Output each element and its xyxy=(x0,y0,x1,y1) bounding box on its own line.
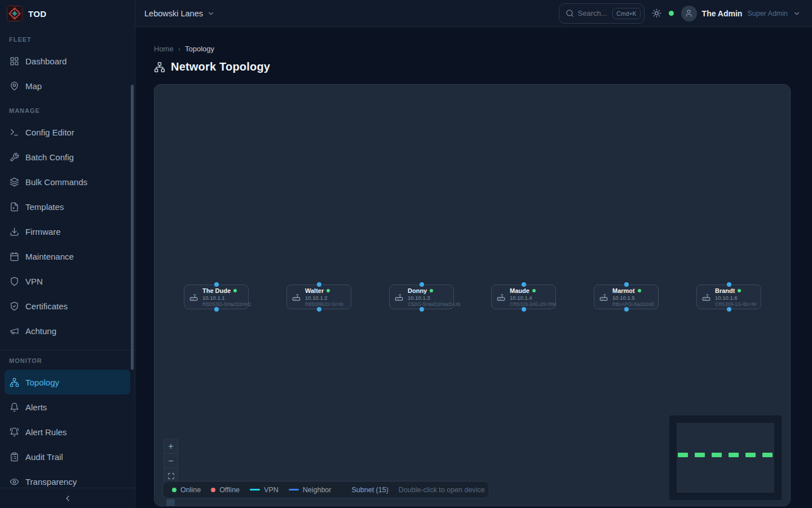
sidebar-item-certificates[interactable]: Certificates xyxy=(0,294,135,318)
app-logo-row: TOD xyxy=(0,0,135,27)
device-name: Walter xyxy=(305,287,324,294)
search-box[interactable]: Cmd+K xyxy=(559,3,645,24)
breadcrumb-home[interactable]: Home xyxy=(154,45,174,53)
sidebar-item-alert-rules[interactable]: Alert Rules xyxy=(0,419,135,444)
topbar-right: Cmd+K The Admin Super Admin xyxy=(559,3,801,24)
shield-check-icon xyxy=(10,301,19,311)
chevron-left-icon xyxy=(63,494,72,503)
sidebar-item-topology[interactable]: Topology xyxy=(5,370,130,395)
sidebar-item-map[interactable]: Map xyxy=(0,73,135,98)
sidebar-item-maintenance[interactable]: Maintenance xyxy=(0,244,135,269)
device-node-donny[interactable]: Donny 10.10.1.3 C52iG-5HaxD2HaxD-US xyxy=(389,284,454,309)
canvas-controls: + − xyxy=(164,439,178,484)
node-handle-bottom[interactable] xyxy=(522,307,526,312)
device-node-brandt[interactable]: Brandt 10.10.1.6 CRS309-1G-8S+IN xyxy=(696,284,761,309)
device-name: Maude xyxy=(510,287,529,294)
sidebar-item-vpn[interactable]: VPN xyxy=(0,269,135,294)
sidebar-item-achtung[interactable]: Achtung xyxy=(0,318,135,343)
app-logo-icon xyxy=(7,6,23,21)
device-status-dot xyxy=(738,289,741,292)
topbar: Lebowski Lanes Cmd+K The Admin Super Adm… xyxy=(135,0,812,27)
sidebar-item-audit-trail[interactable]: Audit Trail xyxy=(0,444,135,469)
minimap-node xyxy=(712,453,722,457)
device-status-dot xyxy=(233,289,237,292)
device-ip: 10.10.1.6 xyxy=(715,295,756,301)
router-icon xyxy=(497,293,505,301)
zoom-in-button[interactable]: + xyxy=(164,439,178,454)
topology-canvas[interactable]: The Dude 10.10.1.1 RBD53iG-5HacD2HnD Wal… xyxy=(154,84,791,506)
node-handle-bottom[interactable] xyxy=(420,307,424,312)
minimap-node xyxy=(695,453,705,457)
device-node-marmot[interactable]: Marmot 10.10.1.5 RBcAPGi-5acD2nD xyxy=(594,284,659,309)
device-model: RBcAPGi-5acD2nD xyxy=(612,301,654,307)
section-label-fleet: FLEET xyxy=(9,36,135,44)
sidebar-item-templates[interactable]: Templates xyxy=(0,194,135,219)
terminal-icon xyxy=(10,128,19,137)
maximize-icon xyxy=(167,472,175,480)
device-ip: 10.10.1.5 xyxy=(612,295,654,301)
sidebar-item-bulk-commands[interactable]: Bulk Commands xyxy=(0,169,135,194)
sidebar-item-firmware[interactable]: Firmware xyxy=(0,219,135,244)
vpn-line xyxy=(250,489,260,491)
router-icon xyxy=(292,293,301,301)
legend-vpn: VPN xyxy=(250,486,279,494)
sidebar-scrollbar[interactable] xyxy=(131,85,134,370)
legend-offline: Offline xyxy=(211,486,240,494)
node-handle-top[interactable] xyxy=(624,282,629,287)
sidebar-item-transparency[interactable]: Transparency xyxy=(0,469,135,488)
breadcrumb-current: Topology xyxy=(185,45,214,53)
sidebar-item-label: Maintenance xyxy=(25,252,74,261)
minimap-node xyxy=(729,453,739,457)
search-shortcut-badge: Cmd+K xyxy=(612,8,640,19)
online-dot xyxy=(172,488,176,492)
connection-status-dot xyxy=(669,11,674,16)
chevron-down-icon xyxy=(207,10,215,17)
sidebar-item-batch-config[interactable]: Batch Config xyxy=(0,144,135,169)
sidebar-item-label: Achtung xyxy=(25,326,56,336)
zoom-out-button[interactable]: − xyxy=(164,454,178,468)
sidebar-item-label: Map xyxy=(25,81,42,91)
search-input[interactable] xyxy=(578,9,609,17)
legend-hint: Double-click to open device xyxy=(399,486,485,494)
legend-neighbor: Neighbor xyxy=(289,486,332,494)
sidebar-item-dashboard[interactable]: Dashboard xyxy=(0,49,135,73)
node-handle-top[interactable] xyxy=(317,282,321,287)
node-body: Donny 10.10.1.3 C52iG-5HaxD2HaxD-US xyxy=(390,285,453,309)
sidebar-item-label: Config Editor xyxy=(25,128,74,137)
minimap[interactable] xyxy=(669,415,782,500)
search-icon xyxy=(566,9,574,17)
device-node-maude[interactable]: Maude 10.10.1.4 CRS326-24G-2S+RM xyxy=(491,284,556,309)
breadcrumb: Home › Topology xyxy=(154,45,791,53)
node-text: Maude 10.10.1.4 CRS326-24G-2S+RM xyxy=(510,287,556,307)
lock-interactivity-button[interactable] xyxy=(166,499,175,506)
device-node-walter[interactable]: Walter 10.10.1.2 RB5009UG+S+IN xyxy=(286,284,351,309)
app-name: TOD xyxy=(28,9,46,19)
sidebar-item-config-editor[interactable]: Config Editor xyxy=(0,120,135,144)
router-icon xyxy=(702,293,710,301)
node-handle-bottom[interactable] xyxy=(214,307,219,312)
node-handle-top[interactable] xyxy=(727,282,731,287)
node-handle-bottom[interactable] xyxy=(317,307,321,312)
monitor-section: MONITOR Topology Alerts Alert Rules Audi… xyxy=(0,350,135,488)
node-handle-bottom[interactable] xyxy=(624,307,629,312)
node-handle-top[interactable] xyxy=(522,282,526,287)
sidebar-item-alerts[interactable]: Alerts xyxy=(0,395,135,419)
legend-online: Online xyxy=(172,486,201,494)
device-node-the-dude[interactable]: The Dude 10.10.1.1 RBD53iG-5HacD2HnD xyxy=(184,284,249,309)
device-name: Donny xyxy=(408,287,427,294)
node-handle-top[interactable] xyxy=(420,282,424,287)
node-handle-top[interactable] xyxy=(214,282,219,287)
sidebar-item-label: Transparency xyxy=(25,477,77,487)
node-handle-bottom[interactable] xyxy=(727,307,731,312)
node-text: Walter 10.10.1.2 RB5009UG+S+IN xyxy=(305,287,343,307)
sidebar-collapse-button[interactable] xyxy=(0,488,135,508)
sidebar-item-label: VPN xyxy=(25,277,43,286)
node-text: Brandt 10.10.1.6 CRS309-1G-8S+IN xyxy=(715,287,756,307)
tenant-selector[interactable]: Lebowski Lanes xyxy=(144,9,215,18)
canvas-legend: Online Offline VPN Neighbor Subnet (15) … xyxy=(162,481,489,498)
bell-icon xyxy=(10,402,19,412)
theme-toggle-button[interactable] xyxy=(652,8,661,18)
device-model: CRS309-1G-8S+IN xyxy=(715,301,756,307)
node-text: Marmot 10.10.1.5 RBcAPGi-5acD2nD xyxy=(612,287,654,307)
user-menu[interactable]: The Admin Super Admin xyxy=(681,6,801,21)
